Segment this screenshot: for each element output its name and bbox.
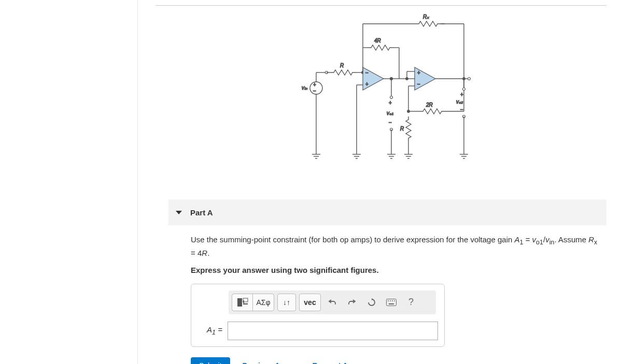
svg-text:−: − bbox=[313, 88, 316, 94]
question-text: Use the summing-point constraint (for bo… bbox=[191, 234, 601, 258]
symbols-button[interactable]: ΑΣφ bbox=[253, 294, 274, 311]
label-4R: 4R bbox=[374, 38, 381, 43]
content-divider bbox=[137, 0, 138, 364]
subsuper-button[interactable]: ↓↑ bbox=[278, 294, 295, 311]
redo-icon bbox=[348, 298, 356, 307]
svg-text:+: + bbox=[313, 82, 316, 88]
templates-button[interactable] bbox=[232, 294, 253, 311]
part-header[interactable]: Part A bbox=[168, 199, 606, 225]
collapse-caret-icon bbox=[176, 211, 182, 214]
help-button[interactable]: ? bbox=[403, 294, 419, 311]
request-answer-link[interactable]: Request Answer bbox=[312, 361, 369, 365]
svg-point-58 bbox=[390, 300, 391, 301]
svg-text:+: + bbox=[460, 92, 463, 97]
vec-button[interactable]: vec bbox=[300, 294, 320, 311]
svg-point-57 bbox=[388, 300, 389, 301]
svg-rect-53 bbox=[237, 298, 242, 307]
templates-icon bbox=[237, 298, 248, 307]
q-prefix: Use the summing-point constraint (for bo… bbox=[191, 235, 515, 244]
svg-point-9 bbox=[310, 82, 322, 94]
label-vo1: vₒ₁ bbox=[387, 110, 393, 116]
svg-text:−: − bbox=[389, 120, 392, 125]
svg-rect-56 bbox=[387, 299, 397, 305]
label-R: R bbox=[340, 63, 344, 68]
circuit-diagram: − + + − vᵢₙ R bbox=[290, 10, 477, 166]
label-Rvert: R bbox=[400, 126, 404, 132]
redo-button[interactable] bbox=[344, 294, 360, 311]
svg-text:−: − bbox=[460, 107, 463, 112]
label-vin: vᵢₙ bbox=[302, 85, 308, 91]
keyboard-button[interactable] bbox=[383, 294, 400, 311]
top-divider bbox=[156, 5, 606, 6]
answer-panel: ΑΣφ ↓↑ vec bbox=[191, 284, 445, 347]
svg-text:−: − bbox=[417, 81, 420, 87]
reset-button[interactable] bbox=[363, 294, 380, 311]
undo-icon bbox=[328, 298, 336, 307]
undo-button[interactable] bbox=[324, 294, 341, 311]
svg-point-59 bbox=[392, 300, 393, 301]
svg-text:+: + bbox=[417, 70, 420, 76]
svg-text:+: + bbox=[389, 100, 392, 106]
label-vo2: vₒ₂ bbox=[456, 99, 463, 105]
answer-input[interactable] bbox=[228, 322, 438, 340]
svg-rect-61 bbox=[389, 303, 394, 304]
equation-toolbar: ΑΣφ ↓↑ vec bbox=[229, 290, 436, 314]
reset-icon bbox=[367, 298, 376, 307]
keyboard-icon bbox=[386, 299, 397, 306]
submit-button[interactable]: Submit bbox=[191, 357, 230, 365]
svg-point-60 bbox=[394, 300, 395, 301]
previous-answers-link[interactable]: Previous Answers bbox=[243, 361, 305, 365]
express-instruction: Express your answer using two significan… bbox=[191, 266, 601, 274]
label-2R: 2R bbox=[426, 102, 433, 108]
label-Rx: Rₓ bbox=[423, 14, 429, 20]
answer-label: A1 = bbox=[197, 325, 222, 336]
part-label: Part A bbox=[190, 208, 213, 217]
